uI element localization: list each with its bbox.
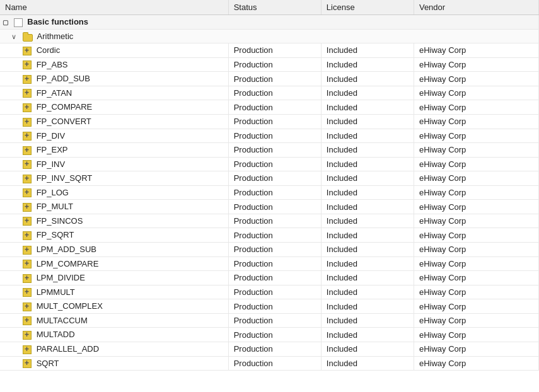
- table-row[interactable]: LPM_DIVIDE ProductionIncludedeHiway Corp: [0, 271, 539, 285]
- item-status: Production: [228, 200, 321, 214]
- tree-container: Name Status License Vendor ▢ Basic funct…: [0, 0, 539, 392]
- item-name: FP_EXP: [37, 145, 68, 154]
- table-row[interactable]: FP_INV_SQRT ProductionIncludedeHiway Cor…: [0, 171, 539, 186]
- item-status: Production: [228, 356, 321, 371]
- component-icon: [23, 345, 32, 354]
- group-header-label: Basic functions: [27, 17, 88, 26]
- item-license: Included: [321, 328, 414, 342]
- item-license: Included: [321, 185, 414, 200]
- item-vendor: eHiway Corp: [414, 214, 538, 228]
- item-license: Included: [321, 243, 414, 257]
- item-vendor: eHiway Corp: [414, 200, 538, 214]
- item-name: LPM_COMPARE: [37, 259, 99, 268]
- component-icon: [23, 188, 32, 197]
- table-row[interactable]: MULTACCUM ProductionIncludedeHiway Corp: [0, 313, 539, 328]
- item-vendor: eHiway Corp: [414, 243, 538, 257]
- item-name: FP_ADD_SUB: [37, 74, 90, 83]
- item-status: Production: [228, 299, 321, 314]
- table-row[interactable]: FP_DIV ProductionIncludedeHiway Corp: [0, 129, 539, 143]
- table-row[interactable]: FP_CONVERT ProductionIncludedeHiway Corp: [0, 114, 539, 129]
- item-license: Included: [321, 171, 414, 186]
- item-status: Production: [228, 57, 321, 72]
- item-status: Production: [228, 313, 321, 328]
- item-vendor: eHiway Corp: [414, 313, 538, 328]
- item-name: FP_INV_SQRT: [37, 173, 93, 183]
- expand-icon[interactable]: ∨: [11, 33, 19, 40]
- table-row[interactable]: PARALLEL_ADD ProductionIncludedeHiway Co…: [0, 342, 539, 356]
- item-license: Included: [321, 299, 414, 314]
- component-icon: [23, 359, 32, 368]
- item-status: Production: [228, 228, 321, 243]
- component-icon: [23, 89, 32, 98]
- item-vendor: eHiway Corp: [414, 228, 538, 243]
- item-name: FP_ATAN: [37, 88, 72, 98]
- item-license: Included: [321, 313, 414, 328]
- table-row[interactable]: FP_ABS ProductionIncludedeHiway Corp: [0, 57, 539, 72]
- item-vendor: eHiway Corp: [414, 129, 538, 143]
- component-icon: [23, 75, 32, 84]
- item-license: Included: [321, 285, 414, 299]
- table-row[interactable]: LPM_ADD_SUB ProductionIncludedeHiway Cor…: [0, 243, 539, 257]
- component-icon: [23, 274, 32, 283]
- item-license: Included: [321, 356, 414, 371]
- table-row: ▢ Basic functions: [0, 15, 539, 30]
- component-icon: [23, 331, 32, 340]
- component-icon: [23, 260, 32, 268]
- table-row[interactable]: MULTADD ProductionIncludedeHiway Corp: [0, 328, 539, 342]
- item-name: FP_DIV: [37, 131, 66, 141]
- table-row[interactable]: FP_INV ProductionIncludedeHiway Corp: [0, 157, 539, 171]
- item-status: Production: [228, 157, 321, 171]
- expand-icon[interactable]: ▢: [3, 19, 10, 26]
- table-row[interactable]: FP_SQRT ProductionIncludedeHiway Corp: [0, 228, 539, 243]
- item-name: FP_CONVERT: [37, 117, 91, 126]
- table-row[interactable]: FP_SINCOS ProductionIncludedeHiway Corp: [0, 214, 539, 228]
- table-row[interactable]: LPM_COMPARE ProductionIncludedeHiway Cor…: [0, 257, 539, 271]
- item-name: LPM_DIVIDE: [37, 273, 85, 282]
- table-row[interactable]: SQRT ProductionIncludedeHiway Corp: [0, 356, 539, 371]
- item-license: Included: [321, 129, 414, 143]
- col-header-vendor: Vendor: [414, 0, 538, 15]
- checkbox-area[interactable]: [14, 18, 23, 27]
- item-vendor: eHiway Corp: [414, 356, 538, 371]
- table-row[interactable]: LPMMULT ProductionIncludedeHiway Corp: [0, 285, 539, 299]
- table-row[interactable]: FP_LOG ProductionIncludedeHiway Corp: [0, 185, 539, 200]
- item-name: LPM_ADD_SUB: [37, 245, 96, 254]
- item-vendor: eHiway Corp: [414, 157, 538, 171]
- item-license: Included: [321, 72, 414, 86]
- item-license: Included: [321, 86, 414, 100]
- table-row[interactable]: FP_MULT ProductionIncludedeHiway Corp: [0, 200, 539, 214]
- item-status: Production: [228, 129, 321, 143]
- component-icon: [23, 175, 32, 183]
- table-header-row: Name Status License Vendor: [0, 0, 539, 15]
- item-vendor: eHiway Corp: [414, 171, 538, 186]
- table-row[interactable]: FP_ATAN ProductionIncludedeHiway Corp: [0, 86, 539, 100]
- component-icon: [23, 118, 32, 127]
- table-row[interactable]: Cordic ProductionIncludedeHiway Corp: [0, 43, 539, 58]
- item-license: Included: [321, 143, 414, 158]
- item-status: Production: [228, 114, 321, 129]
- col-header-status: Status: [228, 0, 321, 15]
- item-name: Cordic: [37, 45, 61, 55]
- item-name: FP_ABS: [37, 60, 68, 69]
- item-vendor: eHiway Corp: [414, 285, 538, 299]
- component-icon: [23, 61, 32, 69]
- item-vendor: eHiway Corp: [414, 328, 538, 342]
- item-license: Included: [321, 157, 414, 171]
- item-vendor: eHiway Corp: [414, 43, 538, 58]
- item-license: Included: [321, 228, 414, 243]
- table-row[interactable]: FP_ADD_SUB ProductionIncludedeHiway Corp: [0, 72, 539, 86]
- item-license: Included: [321, 271, 414, 285]
- item-status: Production: [228, 86, 321, 100]
- item-name: FP_COMPARE: [37, 102, 93, 112]
- component-icon: [23, 132, 32, 141]
- table-row[interactable]: FP_EXP ProductionIncludedeHiway Corp: [0, 143, 539, 158]
- item-status: Production: [228, 100, 321, 115]
- item-vendor: eHiway Corp: [414, 72, 538, 86]
- item-status: Production: [228, 143, 321, 158]
- item-status: Production: [228, 342, 321, 356]
- item-license: Included: [321, 100, 414, 115]
- item-vendor: eHiway Corp: [414, 143, 538, 158]
- item-name: FP_MULT: [37, 202, 73, 211]
- table-row[interactable]: MULT_COMPLEX ProductionIncludedeHiway Co…: [0, 299, 539, 314]
- table-row[interactable]: FP_COMPARE ProductionIncludedeHiway Corp: [0, 100, 539, 115]
